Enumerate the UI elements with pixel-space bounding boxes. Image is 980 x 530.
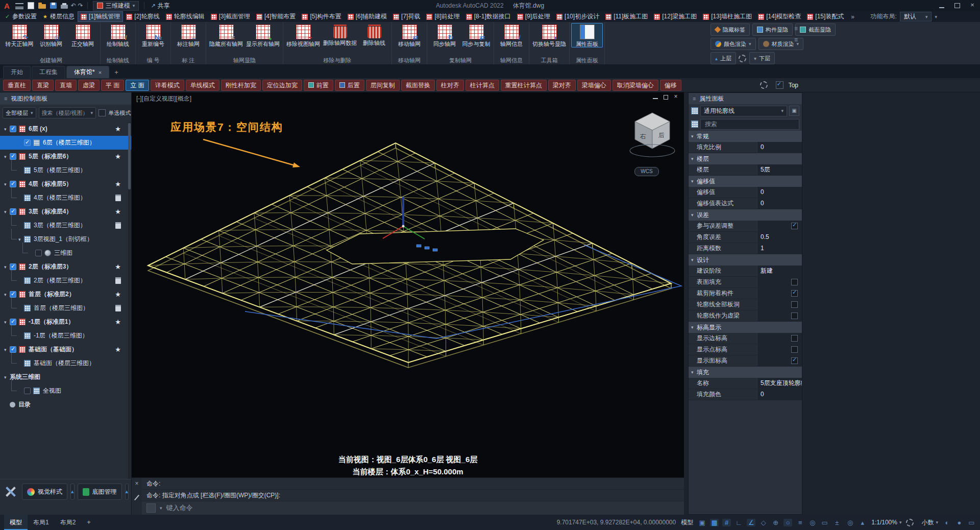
- tree-item[interactable]: ▾ 首层（标准层2） ★: [0, 287, 131, 301]
- property-row[interactable]: 标高显示: [689, 322, 802, 333]
- visibility-checkbox[interactable]: [10, 126, 16, 132]
- dimension-grid-button[interactable]: 标注轴网: [173, 23, 204, 47]
- visibility-checkbox[interactable]: [10, 346, 16, 353]
- tree-item[interactable]: ▾ 基础面（基础面） ★: [0, 343, 131, 356]
- hide-labels-button[interactable]: 隐藏标签: [710, 23, 750, 36]
- ribbon-group-label[interactable]: 标 注: [173, 56, 204, 64]
- quick-tool-button[interactable]: 虚梁: [78, 80, 100, 91]
- snap-mode-icon[interactable]: ▦: [710, 519, 719, 526]
- quick-tool-button[interactable]: 垂直柱: [3, 80, 31, 91]
- ribbon-group-label[interactable]: 移除与删除: [285, 56, 390, 64]
- show-all-grids-button[interactable]: 显示所有轴网: [244, 23, 281, 47]
- property-checkbox[interactable]: [791, 301, 798, 308]
- menu-tab[interactable]: 参数设置: [2, 11, 40, 22]
- floor-filter-dropdown[interactable]: 全部楼层▾: [3, 107, 36, 118]
- color-render-dropdown[interactable]: 颜色渲染▾: [710, 38, 756, 50]
- property-row[interactable]: 表面填充: [689, 277, 802, 288]
- layout-tab[interactable]: 布局1: [28, 515, 55, 530]
- property-row[interactable]: 参与误差调整: [689, 221, 802, 232]
- settings-gear-icon[interactable]: [760, 81, 768, 89]
- visibility-checkbox[interactable]: [10, 319, 16, 325]
- layout-tab[interactable]: 布局2: [55, 515, 82, 530]
- lineweight-icon[interactable]: ≡: [796, 519, 804, 526]
- lower-floor-button[interactable]: ▾下层: [749, 52, 775, 64]
- caret-down-icon[interactable]: ▾: [4, 292, 10, 297]
- favorite-star-icon[interactable]: ★: [115, 263, 121, 271]
- property-row[interactable]: 名称 5层支座顶轮廓线: [689, 378, 802, 389]
- visual-style-button[interactable]: 视觉样式: [22, 484, 67, 500]
- tools-icon[interactable]: [3, 484, 19, 500]
- caret-down-icon[interactable]: ▾: [4, 375, 10, 380]
- visual-style-expand-button[interactable]: ▴: [70, 484, 75, 500]
- object-snap-icon[interactable]: ○: [783, 519, 792, 526]
- file-tab[interactable]: 体育馆* ×: [66, 66, 109, 78]
- panel-list-icon[interactable]: ≡: [794, 25, 798, 32]
- layout-tab[interactable]: 模型: [4, 515, 28, 530]
- quick-tool-button[interactable]: 定位边加宽: [262, 80, 302, 91]
- model-space-button[interactable]: 模型: [681, 518, 693, 527]
- save-icon[interactable]: [50, 3, 57, 9]
- search-input[interactable]: 搜索（楼层/视图）▾: [39, 107, 96, 118]
- property-row[interactable]: 轮廓线作为虚梁: [689, 310, 802, 322]
- sheet-icon[interactable]: [115, 195, 121, 201]
- transparency-icon[interactable]: ◎: [808, 519, 817, 526]
- caret-down-icon[interactable]: ▾: [4, 209, 10, 214]
- visibility-checkbox[interactable]: [24, 139, 31, 146]
- ribbon-group-label[interactable]: 绘制轴线: [102, 56, 134, 64]
- caret-down-icon[interactable]: ▾: [4, 347, 10, 352]
- command-options-icon[interactable]: [146, 503, 156, 513]
- property-row[interactable]: 偏移值表达式 0: [689, 198, 802, 209]
- panel-header[interactable]: ≡ 视图控制面板: [0, 92, 131, 105]
- property-panel-toggle-button[interactable]: 属性面板: [571, 23, 603, 47]
- property-row[interactable]: 偏移值: [689, 176, 802, 187]
- tree-item[interactable]: ▾ 3层（标准层4） ★: [0, 205, 131, 219]
- property-checkbox[interactable]: [791, 279, 798, 285]
- ribbon-group-label[interactable]: 工具箱: [531, 56, 568, 64]
- select-object-button[interactable]: ▣: [789, 106, 799, 116]
- panel-menu-icon[interactable]: ≡: [4, 95, 7, 102]
- infer-constraints-icon[interactable]: ▣: [698, 519, 706, 526]
- draw-axis-button[interactable]: 绘制轴线: [102, 23, 134, 47]
- property-checkbox[interactable]: [791, 335, 798, 342]
- quick-tool-button[interactable]: 层间复制: [366, 80, 400, 91]
- quick-tool-button[interactable]: 直墙: [55, 80, 77, 91]
- tree-item[interactable]: ▾ 目录 ★: [0, 398, 131, 412]
- menu-tab[interactable]: [5]构件布置: [299, 11, 344, 22]
- menu-tab[interactable]: [11]板施工图: [602, 11, 651, 22]
- quick-tool-button[interactable]: 柱计算点: [465, 80, 499, 91]
- tree-item[interactable]: ▾ 全视图 ★: [0, 384, 131, 398]
- file-tab[interactable]: 开始 ×: [3, 66, 31, 78]
- menu-tab[interactable]: 轮廓线编辑: [163, 11, 208, 22]
- sheet-icon[interactable]: [115, 222, 121, 229]
- panel-header[interactable]: ≡ 属性面板: [689, 93, 802, 104]
- caret-down-icon[interactable]: ▾: [4, 154, 10, 159]
- menu-tab[interactable]: [10]初步设计: [553, 11, 602, 22]
- annotation-autoscale-icon[interactable]: ▴: [858, 519, 867, 526]
- menu-tab[interactable]: [8]前处理: [423, 11, 462, 22]
- property-search-input[interactable]: 搜索: [700, 119, 799, 130]
- menu-tab[interactable]: [7]荷载: [390, 11, 423, 22]
- tree-item[interactable]: ▾ -1层（楼层三维图） ★: [0, 329, 131, 343]
- remove-view-grid-button[interactable]: 移除视图轴网: [285, 23, 322, 47]
- plot-icon[interactable]: [61, 5, 68, 9]
- tree-item[interactable]: ▾ 三维图 ★: [0, 246, 131, 260]
- command-input[interactable]: ▾ 键入命令: [142, 501, 684, 515]
- visibility-checkbox[interactable]: [10, 208, 16, 215]
- menu-tab[interactable]: [8-1]数据接口: [463, 11, 514, 22]
- delete-axis-button[interactable]: 删除轴线: [358, 23, 390, 46]
- renumber-button[interactable]: 重新编号: [137, 23, 169, 47]
- quick-tool-button[interactable]: 截面替换: [401, 80, 435, 91]
- quick-tool-button[interactable]: 直梁: [32, 80, 54, 91]
- menu-tab[interactable]: [2]轮廓线: [123, 11, 162, 22]
- share-button[interactable]: ↗ 共享: [151, 2, 169, 10]
- close-button[interactable]: ×: [965, 0, 980, 11]
- base-map-button[interactable]: 底图管理: [78, 484, 122, 500]
- layout-dropdown[interactable]: 默认 ▾: [900, 12, 932, 21]
- quick-tool-button[interactable]: 取消梁墙偏心: [612, 80, 658, 91]
- quick-tool-button[interactable]: 重置柱计算点: [501, 80, 547, 91]
- visibility-checkbox[interactable]: [10, 181, 16, 187]
- gear-icon[interactable]: [739, 55, 746, 62]
- ribbon-group-label[interactable]: 轴网显隐: [208, 56, 281, 64]
- autocad-logo[interactable]: A: [4, 2, 10, 10]
- ribbon-group-label[interactable]: 轴网信息: [496, 56, 527, 64]
